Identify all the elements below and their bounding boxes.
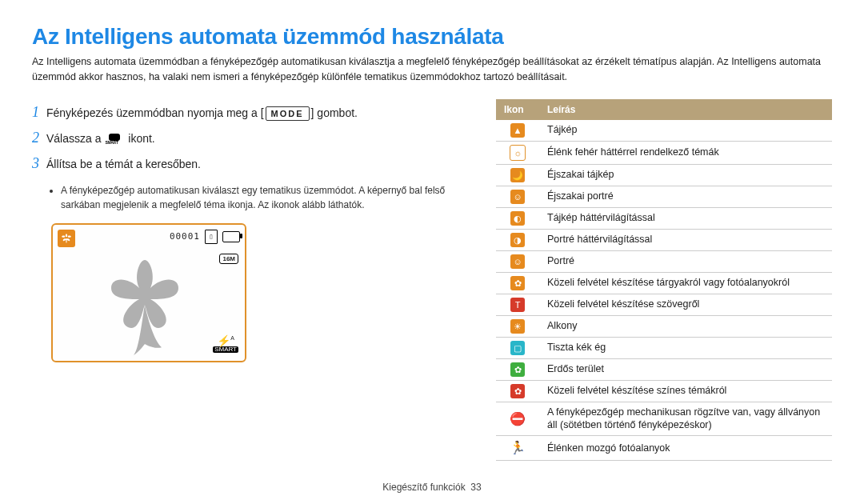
- intro-text: Az Intelligens automata üzemmódban a fén…: [32, 54, 832, 85]
- row-icon: ✿: [496, 358, 539, 380]
- row-desc: Erdős terület: [539, 358, 832, 380]
- th-icon: Ikon: [496, 99, 539, 120]
- row-desc: Alkony: [539, 315, 832, 337]
- row-desc: Közeli felvétel készítése szövegről: [539, 294, 832, 315]
- row-icon: T: [496, 294, 539, 315]
- mode-icon-table: Ikon Leírás ▲Tájkép☼Élénk fehér háttérre…: [496, 99, 832, 461]
- table-row: ✿Erdős terület: [496, 358, 832, 380]
- row-icon: ☀: [496, 315, 539, 337]
- row-desc: Éjszakai tájkép: [539, 164, 832, 186]
- step-1: 1 Fényképezés üzemmódban nyomja meg a [M…: [32, 99, 464, 125]
- page-footer: Kiegészítő funkciók 33: [0, 482, 864, 493]
- resolution-badge: 16M: [219, 254, 238, 264]
- step-2-text-a: Válassza a: [46, 132, 104, 145]
- row-desc: Portré háttérvilágítással: [539, 229, 832, 250]
- table-row: ▲Tájkép: [496, 120, 832, 142]
- row-desc: Éjszakai portré: [539, 186, 832, 207]
- table-row: ◑Portré háttérvilágítással: [496, 229, 832, 250]
- table-row: ◐Tájkép háttérvilágítással: [496, 207, 832, 229]
- th-desc: Leírás: [539, 99, 832, 120]
- table-row: ✿Közeli felvétel készítése tárgyakról va…: [496, 272, 832, 294]
- battery-icon: [222, 231, 240, 242]
- mode-indicator-icon: [58, 230, 75, 247]
- row-desc: A fényképezőgép mechanikusan rögzítve va…: [539, 402, 832, 436]
- step-number-1: 1: [32, 99, 46, 125]
- row-icon: ✿: [496, 380, 539, 402]
- step-1-text-a: Fényképezés üzemmódban nyomja meg a [: [46, 106, 264, 119]
- row-desc: Közeli felvétel készítése színes témákró…: [539, 380, 832, 402]
- table-row: ⛔A fényképezőgép mechanikusan rögzítve v…: [496, 402, 832, 436]
- row-desc: Portré: [539, 250, 832, 272]
- flash-smart-icon: ⚡A SMART: [213, 335, 238, 353]
- step-3: 3 Állítsa be a témát a keresőben.: [32, 150, 464, 176]
- step-2-text-b: ikont.: [125, 132, 154, 145]
- row-desc: Tiszta kék ég: [539, 337, 832, 358]
- row-icon: ☼: [496, 141, 539, 164]
- table-row: ☺Portré: [496, 250, 832, 272]
- row-icon: ☺: [496, 186, 539, 207]
- bullet-note: A fényképezőgép automatikusan kiválaszt …: [61, 183, 464, 212]
- table-row: ☼Élénk fehér háttérrel rendelkező témák: [496, 141, 832, 164]
- smart-mode-icon: [106, 134, 122, 145]
- row-icon: 🌙: [496, 164, 539, 186]
- footer-page-number: 33: [470, 482, 481, 493]
- page-title: Az Intelligens automata üzemmód használa…: [32, 24, 832, 50]
- row-icon: ◑: [496, 229, 539, 250]
- step-3-text: Állítsa be a témát a keresőben.: [46, 154, 201, 174]
- step-2: 2 Válassza a ikont.: [32, 125, 464, 150]
- row-icon: ✿: [496, 272, 539, 294]
- table-row: TKözeli felvétel készítése szövegről: [496, 294, 832, 315]
- step-number-3: 3: [32, 150, 46, 176]
- table-row: ✿Közeli felvétel készítése színes témákr…: [496, 380, 832, 402]
- row-desc: Közeli felvétel készítése tárgyakról vag…: [539, 272, 832, 294]
- preview-flower-graphic: [77, 249, 213, 361]
- row-desc: Élénk fehér háttérrel rendelkező témák: [539, 141, 832, 164]
- shot-counter: 00001: [170, 231, 200, 242]
- row-icon: 🏃: [496, 436, 539, 461]
- mode-button-label: MODE: [266, 106, 310, 121]
- step-1-text-b: ] gombot.: [311, 106, 358, 119]
- table-row: ☺Éjszakai portré: [496, 186, 832, 207]
- table-row: 🏃Élénken mozgó fotóalanyok: [496, 436, 832, 461]
- row-icon: ▢: [496, 337, 539, 358]
- table-row: ☀Alkony: [496, 315, 832, 337]
- table-row: ▢Tiszta kék ég: [496, 337, 832, 358]
- row-icon: ⛔: [496, 402, 539, 436]
- camera-screen-preview: 00001 ▯ 16M ⚡A SMART: [51, 223, 246, 362]
- row-icon: ▲: [496, 120, 539, 142]
- row-desc: Élénken mozgó fotóalanyok: [539, 436, 832, 461]
- row-icon: ☺: [496, 250, 539, 272]
- row-desc: Tájkép: [539, 120, 832, 142]
- row-icon: ◐: [496, 207, 539, 229]
- table-row: 🌙Éjszakai tájkép: [496, 164, 832, 186]
- sd-card-icon: ▯: [205, 230, 218, 244]
- footer-section: Kiegészítő funkciók: [382, 482, 465, 493]
- row-desc: Tájkép háttérvilágítással: [539, 207, 832, 229]
- step-number-2: 2: [32, 125, 46, 150]
